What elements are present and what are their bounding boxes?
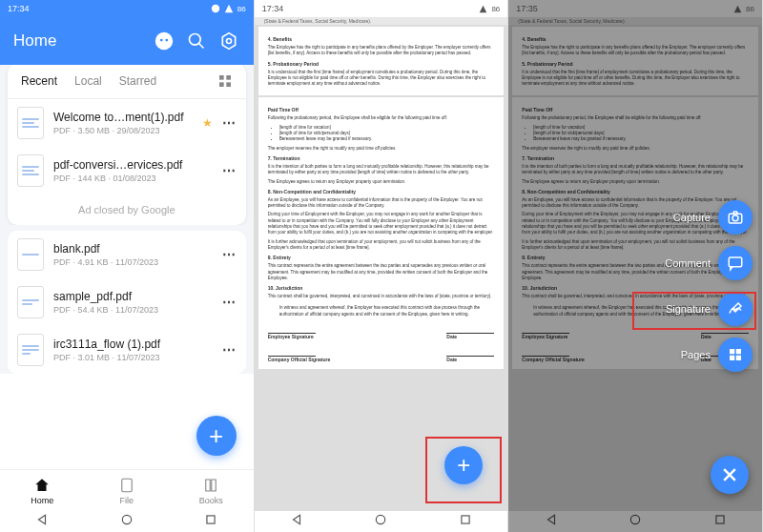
- svg-point-4: [189, 34, 200, 46]
- nav-label: File: [120, 496, 134, 505]
- body-text: It is the intention of both parties to f…: [268, 164, 495, 176]
- menu-label: Pages: [681, 349, 711, 360]
- pages-icon: [718, 338, 753, 372]
- menu-label: Capture: [673, 212, 711, 223]
- ad-closed-label: Ad closed by Google: [8, 194, 246, 225]
- nav-home[interactable]: Home: [0, 470, 85, 511]
- more-icon[interactable]: ⋯: [222, 247, 237, 262]
- sys-home-icon[interactable]: [374, 513, 387, 530]
- star-icon[interactable]: ★: [202, 116, 213, 130]
- signature-icon: [718, 292, 753, 326]
- svg-point-0: [212, 5, 219, 12]
- radial-menu: Capture Comment Signature Pages: [665, 200, 753, 372]
- more-icon[interactable]: ⋯: [222, 342, 237, 358]
- settings-icon[interactable]: [217, 30, 240, 52]
- camera-icon: [718, 200, 753, 235]
- sys-recent-icon[interactable]: [459, 513, 472, 530]
- file-icon: [17, 154, 44, 187]
- file-row[interactable]: Welcome to…ment(1).pdf PDF · 3.50 MB · 2…: [8, 99, 246, 147]
- date-label: Date: [446, 357, 457, 363]
- sys-recent-icon[interactable]: [204, 513, 217, 530]
- section-heading: 8. Non-Competition and Confidentiality: [268, 189, 495, 195]
- tabs-row: Recent Local Starred: [8, 65, 246, 99]
- file-meta: PDF · 4.91 KB · 11/07/2023: [53, 257, 213, 267]
- status-time: 17:34: [262, 4, 284, 13]
- body-text: This contract represents the entire agre…: [268, 263, 495, 281]
- file-meta: PDF · 3.01 MB · 11/07/2023: [53, 353, 213, 362]
- page-title: Home: [13, 31, 143, 51]
- file-name: blank.pdf: [53, 242, 213, 256]
- doc-page[interactable]: 4. Benefits The Employee has the right t…: [258, 27, 505, 95]
- svg-rect-23: [736, 356, 741, 360]
- body-text: It is further acknowledged that upon ter…: [268, 239, 495, 252]
- fab-add[interactable]: +: [196, 416, 237, 456]
- svg-rect-14: [207, 516, 215, 523]
- status-bar: 17:34 86: [0, 0, 254, 17]
- file-row[interactable]: pdf-conversi…ervices.pdf PDF · 144 KB · …: [8, 147, 246, 194]
- date-label: Date: [446, 334, 457, 340]
- svg-point-2: [160, 39, 163, 42]
- svg-line-5: [198, 44, 203, 49]
- menu-item-capture[interactable]: Capture: [673, 200, 753, 235]
- more-icon[interactable]: ⋯: [222, 295, 237, 310]
- sys-home-icon[interactable]: [120, 513, 134, 530]
- file-row[interactable]: blank.pdf PDF · 4.91 KB · 11/07/2023 ⋯: [8, 231, 246, 278]
- view-grid-icon[interactable]: [217, 73, 233, 89]
- tab-recent[interactable]: Recent: [21, 74, 57, 88]
- file-row[interactable]: irc3111a_flow (1).pdf PDF · 3.01 MB · 11…: [8, 326, 246, 374]
- nav-books[interactable]: Books: [169, 470, 254, 511]
- search-icon[interactable]: [185, 30, 208, 52]
- svg-point-3: [165, 39, 168, 42]
- list-item: Bereavement leave may be granted if nece…: [279, 136, 495, 142]
- file-icon: [17, 286, 44, 318]
- sys-back-icon[interactable]: [35, 513, 49, 530]
- more-icon[interactable]: ⋯: [222, 163, 237, 178]
- svg-rect-22: [730, 356, 734, 360]
- file-row[interactable]: sample_pdf.pdf PDF · 54.4 KB · 11/07/202…: [8, 278, 246, 326]
- body-text: During your time of Employment with the …: [268, 212, 495, 235]
- doc-page[interactable]: Paid Time Off Following the probationary…: [258, 97, 505, 369]
- menu-item-signature[interactable]: Signature: [666, 292, 753, 326]
- sys-back-icon[interactable]: [290, 513, 303, 530]
- close-menu-button[interactable]: [711, 456, 749, 494]
- svg-rect-10: [219, 82, 224, 87]
- file-icon: [17, 334, 44, 366]
- body-text: It is understood that the first [time fr…: [268, 70, 495, 88]
- svg-rect-11: [226, 82, 231, 87]
- status-icons: 86: [479, 5, 500, 13]
- section-heading: 4. Benefits: [268, 36, 495, 43]
- status-icons: 86: [211, 4, 246, 13]
- menu-label: Comment: [665, 257, 711, 269]
- bottom-nav: Home File Books: [0, 469, 254, 511]
- system-nav: [255, 511, 508, 532]
- file-meta: PDF · 144 KB · 01/08/2023: [53, 174, 213, 183]
- comment-icon: [718, 246, 753, 280]
- body-text: The Employee agrees to return any Employ…: [268, 179, 495, 185]
- nav-file[interactable]: File: [85, 470, 170, 511]
- tab-starred[interactable]: Starred: [119, 74, 156, 88]
- section-heading: 7. Termination: [268, 155, 495, 162]
- menu-item-pages[interactable]: Pages: [681, 338, 753, 372]
- svg-point-15: [377, 515, 385, 523]
- file-name: sample_pdf.pdf: [53, 290, 213, 303]
- svg-rect-20: [730, 349, 734, 354]
- system-nav: [0, 511, 254, 532]
- body-text: The employer reserves the right to modif…: [268, 146, 495, 152]
- svg-point-7: [226, 39, 231, 44]
- section-heading: 5. Probationary Period: [268, 61, 495, 68]
- file-icon: [17, 107, 44, 139]
- more-icon[interactable]: ⋯: [222, 115, 237, 131]
- breadcrumb: (State & Federal Taxes, Social Security,…: [255, 17, 508, 25]
- menu-item-comment[interactable]: Comment: [665, 246, 753, 280]
- svg-rect-16: [462, 516, 469, 523]
- tab-local[interactable]: Local: [74, 74, 102, 88]
- file-meta: PDF · 54.4 KB · 11/07/2023: [53, 305, 213, 315]
- assistant-icon[interactable]: [153, 30, 175, 52]
- svg-rect-9: [226, 75, 231, 80]
- signature-label: Employee Signature: [268, 334, 314, 340]
- menu-label: Signature: [666, 303, 711, 315]
- status-time: 17:34: [8, 4, 30, 13]
- svg-point-1: [155, 32, 172, 50]
- svg-marker-6: [222, 33, 235, 50]
- nav-label: Home: [31, 496, 53, 505]
